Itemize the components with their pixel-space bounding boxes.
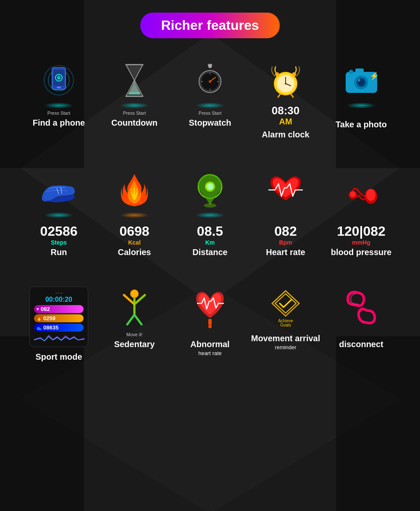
heart-rate-label: Heart rate: [266, 248, 305, 257]
svg-rect-12: [57, 87, 61, 88]
heart-stats: 082 Bpm: [274, 224, 297, 246]
feature-movement: Achieve Goals Movement arrival reminder: [248, 287, 323, 362]
svg-point-37: [285, 83, 286, 84]
svg-point-15: [134, 80, 135, 81]
alarm-am: AM: [272, 117, 300, 126]
achievement-icon: Achieve Goals: [265, 287, 307, 329]
photo-label: Take a photo: [336, 120, 387, 129]
steps-icon-small: 👟: [37, 325, 42, 330]
svg-point-48: [126, 200, 130, 204]
heart-rate-icon: [265, 169, 307, 211]
row-divider-2: [8, 274, 412, 287]
bp-number: 120|082: [337, 224, 386, 239]
svg-line-63: [134, 315, 142, 324]
feature-countdown: Press Start Countdown: [97, 59, 172, 140]
svg-point-53: [204, 203, 216, 208]
find-phone-label: Find a phone: [33, 118, 85, 128]
alarm-time: 08:30: [272, 105, 300, 117]
svg-text:⚡: ⚡: [370, 71, 379, 81]
sport-heart-val: 082: [41, 306, 50, 312]
svg-point-34: [292, 72, 296, 76]
sport-steps-row: 👟 08635: [34, 324, 84, 332]
abnormal-heart-label1: Abnormal: [190, 340, 229, 349]
svg-point-45: [349, 70, 353, 74]
location-icon: [189, 169, 231, 211]
bp-unit: mmHg: [337, 239, 386, 246]
svg-point-49: [139, 202, 142, 204]
svg-point-57: [350, 191, 356, 197]
svg-point-65: [208, 325, 212, 328]
svg-point-52: [207, 183, 213, 190]
heart-rate-unit: Bpm: [274, 239, 297, 246]
calories-stats: 0698 Kcal: [119, 224, 149, 246]
bp-label: blood pressure: [331, 248, 391, 257]
svg-rect-43: [355, 68, 364, 73]
find-phone-press: Press Start: [47, 111, 70, 116]
camera-platform: [346, 103, 376, 108]
feature-heart-rate: 082 Bpm Heart rate: [248, 169, 323, 257]
svg-point-58: [130, 290, 139, 298]
stopwatch-press: Press Start: [199, 111, 221, 116]
heart-rate-number: 082: [274, 224, 297, 239]
calories-unit: Kcal: [119, 239, 149, 246]
row-divider-1: [8, 156, 412, 169]
sedentary-label: Sedentary: [114, 340, 155, 349]
svg-point-16: [134, 82, 134, 82]
svg-rect-64: [208, 319, 212, 325]
heart-icon-small: ♥: [37, 307, 39, 311]
calories-platform: [120, 212, 149, 218]
sport-wave: [34, 333, 84, 342]
svg-line-69: [286, 291, 299, 303]
run-label: Run: [51, 248, 67, 257]
title-container: Richer features: [8, 13, 412, 38]
alarm-label: Alarm clock: [262, 130, 309, 140]
stopwatch-icon: [189, 59, 231, 101]
calories-number: 0698: [119, 224, 149, 239]
svg-marker-67: [275, 294, 296, 313]
sport-display: - - - 00:00:20 ♥ 082 🔥 0259 👟 08635: [29, 287, 88, 347]
svg-point-19: [208, 65, 212, 68]
bp-icon: [340, 169, 382, 211]
phone-platform: [44, 103, 74, 108]
svg-point-33: [275, 72, 279, 76]
feature-sedentary: Move it! Sedentary: [97, 287, 172, 362]
feature-sport-mode: - - - 00:00:20 ♥ 082 🔥 0259 👟 08635: [21, 287, 97, 362]
sedentary-icon: [113, 287, 155, 329]
movement-label1: Movement arrival: [251, 334, 320, 343]
stopwatch-platform: [195, 103, 225, 108]
countdown-platform: [120, 103, 149, 108]
run-steps-unit: Steps: [40, 239, 78, 246]
chain-icon: [340, 287, 382, 329]
svg-point-55: [366, 189, 375, 201]
distance-platform: [195, 212, 225, 218]
distance-label: Distance: [192, 248, 227, 257]
feature-stopwatch: Press Start Stopwatch: [172, 59, 248, 140]
page-title: Richer features: [140, 13, 280, 38]
svg-point-17: [134, 83, 135, 84]
feature-run: 02586 Steps Run: [21, 169, 97, 257]
run-steps-number: 02586: [40, 224, 78, 239]
features-row-2: 02586 Steps Run 0698 Kca: [8, 169, 412, 257]
phone-icon: [38, 59, 80, 101]
abnormal-heart-icon: [189, 287, 231, 329]
feature-photo: ⚡ Take a photo: [323, 59, 399, 140]
movement-label2: reminder: [275, 344, 296, 350]
disconnect-label: disconnect: [339, 340, 383, 349]
sport-mode-label: Sport mode: [35, 352, 82, 362]
distance-stats: 08.5 Km: [197, 224, 223, 246]
sport-time: 00:00:20: [34, 296, 84, 303]
feature-disconnect: disconnect: [323, 287, 399, 362]
countdown-label: Countdown: [111, 118, 158, 128]
feature-find-phone: Press Start Find a phone: [21, 59, 97, 140]
abnormal-heart-label2: heart rate: [198, 350, 222, 356]
shoe-icon: [38, 169, 80, 211]
countdown-press: Press Start: [123, 111, 146, 116]
svg-line-32: [291, 94, 293, 97]
bp-stats: 120|082 mmHg: [337, 224, 386, 246]
calories-label: Calories: [118, 248, 151, 257]
svg-point-27: [209, 80, 211, 83]
fire-icon: [113, 169, 155, 211]
distance-unit: Km: [197, 239, 223, 246]
svg-line-68: [272, 291, 286, 303]
run-stats: 02586 Steps: [40, 224, 78, 246]
